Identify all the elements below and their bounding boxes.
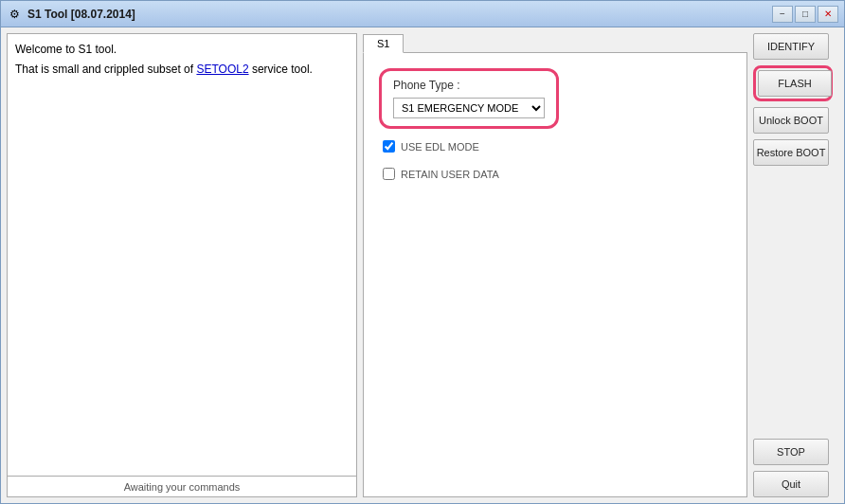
log-suffix: service tool. [249,63,313,76]
restore-boot-button[interactable]: Restore BOOT [753,139,829,166]
phone-type-section: Phone Type : S1 EMERGENCY MODE S1 NORMAL… [379,68,731,129]
log-line-2: That is small and crippled subset of SET… [15,62,349,78]
left-panel: Welcome to S1 tool. That is small and cr… [7,33,357,497]
main-content: Welcome to S1 tool. That is small and cr… [1,27,844,503]
maximize-button[interactable]: □ [795,6,816,23]
minimize-button[interactable]: − [772,6,793,23]
edl-mode-label: USE EDL MODE [401,141,479,153]
log-area: Welcome to S1 tool. That is small and cr… [7,33,357,477]
status-bar: Awaiting your commands [7,477,357,497]
middle-panel: S1 Phone Type : S1 EMERGENCY MODE S1 NOR… [363,33,747,497]
tab-bar: S1 [363,33,747,53]
log-prefix: That is small and crippled subset of [15,63,196,76]
right-panel: IDENTIFY FLASH Unlock BOOT Restore BOOT … [753,33,838,497]
bottom-buttons: STOP Quit [753,439,838,497]
edl-mode-row: USE EDL MODE [379,140,731,153]
tab-s1[interactable]: S1 [363,34,404,53]
log-line-1: Welcome to S1 tool. [15,42,349,58]
phone-type-label: Phone Type : [393,79,545,92]
phone-type-select[interactable]: S1 EMERGENCY MODE S1 NORMAL MODE [393,98,545,118]
unlock-boot-button[interactable]: Unlock BOOT [753,107,829,134]
window-controls: − □ ✕ [772,6,838,23]
retain-user-data-row: RETAIN USER DATA [379,168,731,180]
quit-button[interactable]: Quit [753,471,829,497]
edl-mode-checkbox[interactable] [383,140,395,153]
app-icon: ⚙ [7,7,22,22]
identify-button[interactable]: IDENTIFY [753,33,829,60]
close-button[interactable]: ✕ [818,6,838,23]
retain-user-data-checkbox[interactable] [383,168,395,180]
spacer [753,171,838,433]
title-bar: ⚙ S1 Tool [08.07.2014] − □ ✕ [1,1,844,27]
tab-content: Phone Type : S1 EMERGENCY MODE S1 NORMAL… [363,53,747,497]
main-window: ⚙ S1 Tool [08.07.2014] − □ ✕ Welcome to … [0,0,845,504]
window-title: S1 Tool [08.07.2014] [27,8,772,21]
stop-button[interactable]: STOP [753,439,829,465]
flash-button[interactable]: FLASH [758,70,832,97]
status-text: Awaiting your commands [124,481,241,493]
flash-ring: FLASH [753,65,833,101]
setool2-link[interactable]: SETOOL2 [196,63,248,76]
phone-type-ring: Phone Type : S1 EMERGENCY MODE S1 NORMAL… [379,68,559,129]
retain-user-data-label: RETAIN USER DATA [401,169,499,180]
